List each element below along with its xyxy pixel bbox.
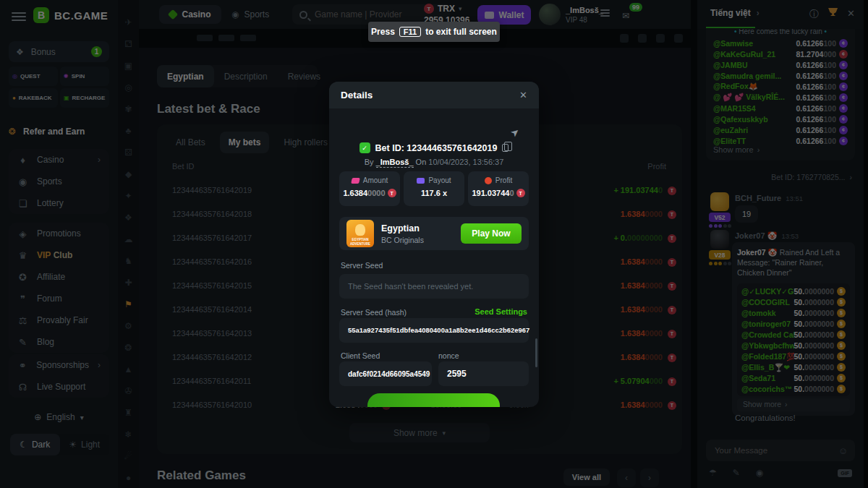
search-input[interactable] [313,9,436,20]
sidebar-item-sports[interactable]: ◉Sports [9,171,109,192]
rail-icon[interactable]: ◆ [118,169,139,182]
close-icon[interactable]: ✕ [847,8,855,21]
rail-icon[interactable]: ❂ [118,343,139,356]
rain-username[interactable]: @tomokk [741,308,794,318]
rail-icon[interactable]: ● [118,473,139,486]
rail-icon[interactable]: ♜ [118,408,139,421]
rain-username[interactable]: @MAR15S4 [713,104,794,113]
tab-sports[interactable]: ◉Sports [231,5,269,24]
avatar[interactable] [710,192,729,211]
rail-icon[interactable]: ⚁ [118,39,139,52]
bet-user-link[interactable]: _ImBosš_ [376,158,414,168]
coin-drop-icon[interactable]: ◉ [756,468,763,478]
rail-icon[interactable]: ▲ [118,364,139,377]
rain-icon[interactable]: ☂ [709,468,717,478]
rain-username[interactable]: @Seda71 [741,373,794,383]
rakeback-button[interactable]: ●RAKEBACK [9,88,58,108]
copy-icon[interactable] [502,144,509,152]
client-seed-field[interactable]: dafc6f0214d66095a4549 [339,361,432,386]
rail-icon[interactable]: ✚ [118,278,139,291]
rail-icon[interactable]: ♞ [118,256,139,269]
refer-and-earn[interactable]: ❂ Refer and Earn [9,121,109,142]
game-option-icon[interactable] [674,34,683,43]
rain-username[interactable]: @ 💕 💕 VälkyRÎÉ... [713,93,794,102]
rain-username[interactable]: @KaKeGuRuI_21 [713,50,794,59]
rail-icon[interactable]: ☄ [118,451,139,464]
rain-username[interactable]: @RedFox🦊 [713,82,794,91]
tab-my-bets[interactable]: My bets [220,132,270,153]
rail-icon[interactable]: ✦ [118,191,139,204]
rain-username[interactable]: @JAMBU [713,61,794,69]
rail-icon[interactable]: ✈ [118,17,139,30]
recharge-button[interactable]: ▣RECHARGE [60,88,109,108]
chat-username[interactable]: Joker07 🤡13:53 [735,231,799,241]
rain-username[interactable]: @Ellis_B🍸❤ [741,362,794,372]
sidebar-item-promotions[interactable]: ◈Promotions [9,223,109,244]
share-icon[interactable]: ➤ [508,125,522,140]
rain-username[interactable]: @Samwise [713,39,794,48]
avatar[interactable] [710,230,729,249]
rain-username[interactable]: @cocorichs™ [741,384,794,394]
rain-username[interactable]: @Ybkwgbcfhwb [741,341,794,351]
quest-button[interactable]: ◎QUEST [9,67,58,86]
chat-bet-link[interactable]: Bet ID: 1762770825...› [771,173,852,181]
sidebar-item-provably-fair[interactable]: ⚖Provably Fair [9,309,109,331]
sidebar-item-affiliate[interactable]: ✪Affiliate [9,266,109,288]
rail-icon[interactable]: ❖ [118,213,139,226]
seed-settings-link[interactable]: Seed Settings [475,307,527,316]
sidebar-item-sponsorships[interactable]: ⚭Sponsorships› [9,354,109,376]
rail-icon[interactable]: ⚑ [118,299,139,312]
commands-icon[interactable]: ✎ [733,468,740,478]
light-mode-button[interactable]: ☀Light [60,434,110,455]
rain-username[interactable]: @Crowded Calm... [741,330,794,340]
chat-language-tab[interactable]: Tiếng việt› [710,8,760,18]
modal-scrollbar[interactable] [535,338,537,367]
user-avatar[interactable] [539,4,561,25]
rail-icon[interactable]: ✇ [118,386,139,399]
chat-username[interactable]: BCH_Future13:51 [735,194,803,202]
logo[interactable]: B BC.GAME [33,7,108,23]
rain-username[interactable]: @✓LUCKY✓GIRL✓ [741,286,794,296]
tab-high-rollers[interactable]: High rollers [275,132,336,153]
game-option-icon[interactable] [620,34,629,43]
tab-casino[interactable]: Casino [159,5,221,24]
rain-show-more[interactable]: Show more› [737,398,850,411]
nonce-field[interactable]: 2595 [438,361,529,386]
rail-icon[interactable]: ❄ [118,429,139,442]
language-selector[interactable]: ⊕ English ▾ [9,406,109,428]
server-seed-field[interactable]: The Seed hasn't been revealed yet. [339,274,529,299]
close-icon[interactable]: ✕ [519,90,527,100]
tab-reviews[interactable]: Reviews [278,65,331,87]
rail-icon[interactable]: ♣ [118,126,139,139]
verify-button[interactable] [367,393,500,407]
game-thumbnail[interactable]: EGYPTIANADVENTURE [346,220,374,247]
rail-icon[interactable]: ⚙ [118,321,139,334]
dark-mode-button[interactable]: ☾Dark [10,434,60,455]
play-now-button[interactable]: Play Now [461,223,522,244]
emoji-icon[interactable]: ☺ [838,445,848,456]
rail-icon[interactable]: ◎ [118,82,139,95]
sidebar-item-blog[interactable]: ✎Blog [9,331,109,353]
rain-username[interactable]: @euZahri [713,126,794,134]
chat-message-input[interactable] [713,445,829,455]
info-icon[interactable]: ⓘ [809,8,819,21]
rail-icon[interactable]: ⚄ [118,147,139,160]
sidebar-item-bonus[interactable]: ❖ Bonus 1 [9,41,109,62]
next-arrow-button[interactable]: › [640,468,659,487]
show-more-button[interactable]: Show more▾ [349,423,490,442]
hamburger-menu-icon[interactable] [12,12,26,21]
tab-description[interactable]: Description [214,65,278,87]
gif-icon[interactable]: GIF [838,469,852,477]
trophy-icon[interactable] [828,8,838,16]
page-scrollbar[interactable] [864,0,868,488]
game-option-icon[interactable] [656,34,665,43]
sidebar-item-forum[interactable]: ❞Forum [9,288,109,309]
server-seed-hash-field[interactable]: 55a1a927435f51dbfea4080400a1a8b2ee1d46cc… [339,318,529,343]
prev-arrow-button[interactable]: ‹ [617,468,636,487]
mail-icon[interactable]: ✉ [622,11,629,21]
game-option-icon[interactable] [638,34,647,43]
sidebar-item-casino[interactable]: ♦Casino› [9,149,109,171]
rain-show-more[interactable]: Show more› [713,143,848,156]
rain-username[interactable]: @Folded187💯... [741,351,794,361]
rain-username[interactable]: @Qafexuskkyb [713,115,794,124]
